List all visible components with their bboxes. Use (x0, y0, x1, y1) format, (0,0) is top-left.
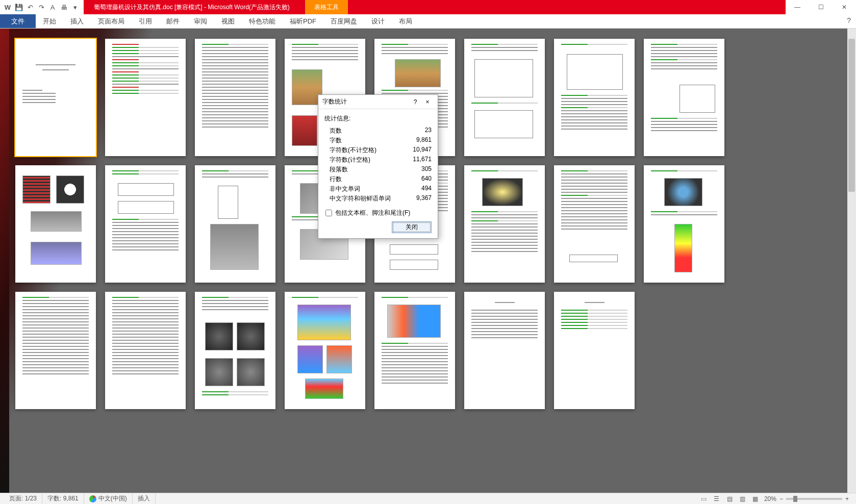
dialog-help-icon[interactable]: ? (409, 98, 421, 106)
stat-value: 9,861 (401, 136, 432, 145)
tab-baidu-netdisk[interactable]: 百度网盘 (323, 14, 364, 28)
page-thumb-22[interactable] (464, 292, 545, 409)
status-word-count[interactable]: 字数: 9,861 (42, 493, 84, 504)
print-icon[interactable]: 🖶 (59, 3, 68, 12)
dialog-title: 字数统计 (322, 97, 409, 106)
maximize-button[interactable]: ☐ (809, 0, 833, 14)
app-icon: W (3, 3, 12, 12)
quick-access-toolbar: W 💾 ↶ ↷ A 🖶 ▾ (0, 0, 84, 14)
tab-features[interactable]: 特色功能 (242, 14, 283, 28)
stat-value: 9,367 (401, 194, 432, 203)
dialog-titlebar[interactable]: 字数统计 ? × (318, 95, 438, 109)
stat-value: 10,947 (401, 146, 432, 155)
stat-row-non-cjk-words: 非中文单词494 (324, 184, 432, 194)
save-icon[interactable]: 💾 (14, 3, 23, 12)
page-thumb-3[interactable] (195, 39, 275, 156)
style-icon[interactable]: A (48, 3, 57, 12)
status-insert-mode[interactable]: 插入 (133, 493, 156, 504)
zoom-out-button[interactable]: − (779, 495, 783, 502)
tab-home[interactable]: 开始 (36, 14, 63, 28)
vertical-scrollbar[interactable] (847, 29, 856, 493)
page-thumb-21[interactable] (374, 292, 455, 409)
contextual-tab-header: 表格工具 (305, 0, 348, 15)
view-fullscreen-icon[interactable]: ☰ (711, 494, 722, 503)
page-thumb-2[interactable] (105, 39, 186, 156)
page-thumb-14[interactable] (464, 165, 545, 283)
stat-row-paragraphs: 段落数305 (324, 165, 432, 174)
page-thumb-6[interactable] (464, 39, 545, 156)
ribbon-tabs: 文件 开始 插入 页面布局 引用 邮件 审阅 视图 特色功能 福昕PDF 百度网… (0, 14, 856, 29)
page-thumb-19[interactable] (195, 292, 275, 409)
page-thumb-18[interactable] (105, 292, 186, 409)
tab-insert[interactable]: 插入 (63, 14, 91, 28)
tab-mailings[interactable]: 邮件 (159, 14, 187, 28)
stat-value: 305 (401, 165, 432, 174)
zoom-control: 20% − + (761, 495, 852, 502)
tab-table-layout[interactable]: 布局 (392, 14, 419, 28)
page-thumb-7[interactable] (554, 39, 635, 156)
checkbox-input[interactable] (325, 210, 332, 216)
language-label: 中文(中国) (98, 494, 127, 503)
stat-row-words: 字数9,861 (324, 136, 432, 145)
page-thumb-20[interactable] (285, 292, 365, 409)
stat-label: 段落数 (330, 165, 348, 174)
stat-value: 23 (401, 127, 432, 135)
status-page[interactable]: 页面: 1/23 (4, 493, 42, 504)
stat-label: 字符数(不计空格) (330, 146, 376, 155)
tab-table-design[interactable]: 设计 (364, 14, 392, 28)
page-thumb-16[interactable] (644, 165, 724, 283)
qat-expand-icon[interactable]: ▾ (70, 3, 80, 12)
stat-label: 中文字符和朝鲜语单词 (330, 194, 391, 203)
page-thumb-10[interactable] (105, 165, 186, 283)
zoom-in-button[interactable]: + (845, 495, 849, 502)
redo-icon[interactable]: ↷ (37, 3, 46, 12)
statusbar: 页面: 1/23 字数: 9,861 中文(中国) 插入 ▭ ☰ ▤ ▥ ▦ 2… (0, 493, 856, 504)
view-outline-icon[interactable]: ▥ (737, 494, 748, 503)
stat-label: 行数 (330, 175, 342, 184)
ribbon-help-icon[interactable]: ? (847, 16, 851, 24)
tab-references[interactable]: 引用 (132, 14, 159, 28)
undo-icon[interactable]: ↶ (26, 3, 35, 12)
dialog-close-icon[interactable]: × (421, 98, 434, 106)
minimize-button[interactable]: — (786, 0, 809, 14)
page-thumb-23[interactable] (554, 292, 635, 409)
stat-value: 640 (401, 175, 432, 184)
stat-row-lines: 行数640 (324, 174, 432, 184)
view-print-layout-icon[interactable]: ▭ (698, 494, 710, 503)
stat-row-chars-with-space: 字符数(计空格)11,671 (324, 155, 432, 165)
tab-file[interactable]: 文件 (0, 14, 36, 28)
dialog-close-button[interactable]: 关闭 (392, 221, 432, 233)
stat-row-chars-no-space: 字符数(不计空格)10,947 (324, 145, 432, 155)
close-button[interactable]: ✕ (833, 0, 856, 14)
view-draft-icon[interactable]: ▦ (750, 494, 761, 503)
dialog-body: 统计信息: 页数23 字数9,861 字符数(不计空格)10,947 字符数(计… (318, 109, 438, 238)
titlebar: W 💾 ↶ ↷ A 🖶 ▾ 葡萄埋藤机设计及其仿真.doc [兼容模式] - M… (0, 0, 856, 14)
word-count-dialog: 字数统计 ? × 统计信息: 页数23 字数9,861 字符数(不计空格)10,… (318, 94, 438, 239)
include-textbox-checkbox[interactable]: 包括文本框、脚注和尾注(F) (324, 209, 432, 217)
tab-view[interactable]: 视图 (214, 14, 242, 28)
page-thumb-11[interactable] (195, 165, 275, 283)
view-web-layout-icon[interactable]: ▤ (724, 494, 735, 503)
window-controls: — ☐ ✕ (786, 0, 856, 14)
status-language[interactable]: 中文(中国) (84, 493, 133, 504)
page-thumb-17[interactable] (15, 292, 96, 409)
language-icon (89, 495, 96, 502)
page-thumb-1[interactable] (15, 39, 96, 156)
scrollbar-thumb[interactable] (848, 39, 855, 192)
view-mode-buttons: ▭ ☰ ▤ ▥ ▦ (698, 494, 761, 503)
stat-row-cjk-words: 中文字符和朝鲜语单词9,367 (324, 194, 432, 204)
zoom-slider[interactable] (786, 498, 842, 500)
stat-label: 非中文单词 (330, 185, 360, 193)
stat-label: 字符数(计空格) (330, 156, 370, 164)
stat-row-pages: 页数23 (324, 126, 432, 136)
page-thumb-9[interactable] (15, 165, 96, 283)
page-thumb-8[interactable] (644, 39, 724, 156)
checkbox-label: 包括文本框、脚注和尾注(F) (335, 209, 410, 217)
tab-foxit-pdf[interactable]: 福昕PDF (283, 14, 323, 28)
zoom-level-label[interactable]: 20% (764, 495, 776, 502)
tab-page-layout[interactable]: 页面布局 (91, 14, 132, 28)
tab-review[interactable]: 审阅 (187, 14, 214, 28)
stat-label: 页数 (330, 127, 342, 135)
zoom-slider-knob[interactable] (793, 496, 797, 502)
page-thumb-15[interactable] (554, 165, 635, 283)
